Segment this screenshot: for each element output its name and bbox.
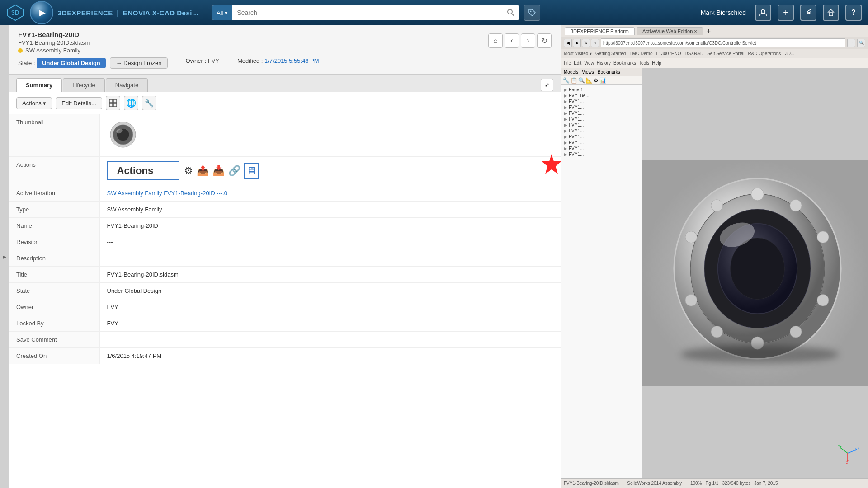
viewer-tab-activevue[interactable]: ActiveVue Web Edition × bbox=[637, 27, 703, 35]
row-value-active-iteration[interactable]: SW Assembly Family FVY1-Bearing-20ID ---… bbox=[99, 185, 561, 202]
left-sidebar-toggle[interactable]: ▶ bbox=[0, 25, 9, 488]
user-profile-button[interactable] bbox=[755, 5, 771, 21]
tree-item-0[interactable]: ▶Page 1 bbox=[563, 87, 640, 93]
browser-home[interactable]: ⌂ bbox=[591, 39, 599, 47]
viewer-page: Pg 1/1 bbox=[706, 481, 719, 486]
menu-bookmarks[interactable]: Bookmarks bbox=[613, 61, 636, 66]
address-bar[interactable]: http://i3007eno.i3007eno.a.somesite.com/… bbox=[601, 38, 845, 47]
browser-search[interactable]: 🔍 bbox=[857, 39, 865, 47]
bookmark-3[interactable]: TMC Demo bbox=[629, 51, 652, 56]
bookmark-5[interactable]: DSXR&D bbox=[685, 51, 704, 56]
edit-details-button[interactable]: Edit Details... bbox=[56, 97, 102, 109]
viewer-tool-3[interactable]: 🔍 bbox=[578, 77, 585, 84]
viewer-tool-5[interactable]: ⚙ bbox=[594, 77, 599, 84]
menu-tools[interactable]: Tools bbox=[639, 61, 649, 66]
browser-go[interactable]: → bbox=[847, 39, 855, 47]
row-value-locked-by: FVY bbox=[99, 315, 561, 332]
search-input[interactable] bbox=[232, 5, 502, 20]
tree-views-tab[interactable]: Views bbox=[582, 70, 594, 75]
3d-viewport[interactable]: X Y Z bbox=[642, 68, 868, 478]
tree-item-7[interactable]: ▶FVY1... bbox=[563, 128, 640, 134]
help-button[interactable]: ? bbox=[845, 5, 862, 21]
row-label-description: Description bbox=[9, 250, 99, 267]
viewer-tool-4[interactable]: 📐 bbox=[586, 77, 593, 84]
tree-item-10[interactable]: ▶FVY1... bbox=[563, 145, 640, 151]
viewer-tool-2[interactable]: 📋 bbox=[571, 77, 577, 84]
tree-item-11[interactable]: ▶FVY1... bbox=[563, 151, 640, 157]
tree-models-tab[interactable]: Models bbox=[564, 70, 578, 75]
menu-edit[interactable]: Edit bbox=[574, 61, 581, 66]
nav-home-button[interactable]: ⌂ bbox=[488, 33, 503, 48]
3d-compass[interactable] bbox=[30, 1, 53, 24]
add-button[interactable]: + bbox=[778, 5, 794, 21]
company-logo[interactable]: 3D bbox=[5, 3, 25, 23]
table-row: TitleFVY1-Bearing-20ID.sldasm bbox=[9, 267, 561, 283]
new-tab-button[interactable]: + bbox=[707, 27, 711, 35]
tree-item-9[interactable]: ▶FVY1... bbox=[563, 140, 640, 145]
row-value-save-comment bbox=[99, 332, 561, 348]
viewer-tool-6[interactable]: 📊 bbox=[599, 77, 606, 84]
nav-forward-button[interactable]: › bbox=[521, 33, 535, 48]
row-label-type: Type bbox=[9, 202, 99, 218]
tools-icon-button[interactable]: 🔧 bbox=[142, 96, 156, 110]
modified-label: Modified : bbox=[237, 57, 263, 64]
search-button[interactable] bbox=[502, 5, 519, 20]
svg-point-23 bbox=[731, 238, 785, 300]
state-button[interactable]: Under Global Design bbox=[37, 58, 106, 68]
nav-refresh-button[interactable]: ↻ bbox=[537, 33, 552, 48]
svg-point-30 bbox=[711, 326, 723, 338]
browser-forward[interactable]: ▶ bbox=[573, 39, 581, 47]
action-icon-2[interactable]: 📤 bbox=[197, 165, 209, 177]
item-title: FVY1-Bearing-20ID bbox=[18, 31, 90, 38]
menu-file[interactable]: File bbox=[564, 61, 571, 66]
row-label-state: State bbox=[9, 283, 99, 299]
tree-item-8[interactable]: ▶FVY1... bbox=[563, 134, 640, 140]
tab-lifecycle[interactable]: Lifecycle bbox=[63, 78, 105, 92]
home-button[interactable] bbox=[823, 5, 839, 21]
viewer-size: 323/940 bytes bbox=[722, 481, 750, 486]
browser-refresh[interactable]: ↻ bbox=[582, 39, 590, 47]
bookmark-2[interactable]: Getting Started bbox=[595, 51, 626, 56]
tag-button[interactable] bbox=[524, 5, 540, 21]
bookmark-6[interactable]: Self Service Portal bbox=[707, 51, 744, 56]
bookmark-4[interactable]: L13007ENO bbox=[656, 51, 681, 56]
svg-rect-7 bbox=[109, 99, 113, 103]
svg-point-2 bbox=[508, 9, 512, 14]
action-icon-1[interactable]: ⚙ bbox=[184, 165, 193, 177]
menu-help[interactable]: Help bbox=[652, 61, 661, 66]
action-icon-4[interactable]: 🔗 bbox=[228, 165, 241, 177]
axis-indicator: X Y Z bbox=[836, 442, 859, 465]
tab-navigate[interactable]: Navigate bbox=[106, 78, 148, 92]
viewer-tool-1[interactable]: 🔧 bbox=[563, 77, 570, 84]
tree-item-1[interactable]: ▶FVY1Be... bbox=[563, 93, 640, 99]
tree-item-4[interactable]: ▶FVY1... bbox=[563, 110, 640, 116]
svg-marker-42 bbox=[856, 448, 857, 451]
share-button[interactable] bbox=[800, 5, 816, 21]
tree-item-3[interactable]: ▶FVY1... bbox=[563, 104, 640, 110]
search-scope-dropdown[interactable]: All ▾ bbox=[212, 5, 232, 20]
state-transition-button[interactable]: → Design Frozen bbox=[110, 57, 167, 69]
viewer-date: Jan 7, 2015 bbox=[754, 481, 778, 486]
tab-summary[interactable]: Summary bbox=[16, 78, 62, 92]
table-row: Active IterationSW Assembly Family FVY1-… bbox=[9, 185, 561, 202]
menu-history[interactable]: History bbox=[597, 61, 611, 66]
action-icon-3[interactable]: 📥 bbox=[212, 165, 225, 177]
table-row: OwnerFVY bbox=[9, 299, 561, 315]
browser-back[interactable]: ◀ bbox=[564, 39, 572, 47]
tree-item-5[interactable]: ▶FVY1... bbox=[563, 116, 640, 122]
menu-view[interactable]: View bbox=[584, 61, 594, 66]
tree-item-6[interactable]: ▶FVY1... bbox=[563, 122, 640, 128]
viewer-tab-3dexp[interactable]: 3DEXPERIENCE Platform bbox=[565, 27, 635, 35]
tree-bookmarks-tab[interactable]: Bookmarks bbox=[598, 70, 620, 75]
active-iteration-link[interactable]: SW Assembly Family FVY1-Bearing-20ID ---… bbox=[107, 190, 228, 197]
bookmark-1[interactable]: Most Visited ▾ bbox=[564, 51, 592, 56]
bookmark-7[interactable]: R&D Operations - 3D... bbox=[748, 51, 794, 56]
actions-dropdown-button[interactable]: Actions ▾ bbox=[16, 97, 52, 109]
action-icon-5[interactable]: 🖥 bbox=[244, 163, 259, 179]
nav-back-button[interactable]: ‹ bbox=[505, 33, 519, 48]
tree-item-2[interactable]: ▶FVY1... bbox=[563, 99, 640, 104]
viewer-topbar: 3DEXPERIENCE Platform ActiveVue Web Edit… bbox=[561, 25, 868, 37]
expand-button[interactable]: ⤢ bbox=[541, 79, 553, 91]
view-mode-button[interactable] bbox=[106, 96, 120, 110]
globe-icon-button[interactable]: 🌐 bbox=[124, 96, 138, 110]
